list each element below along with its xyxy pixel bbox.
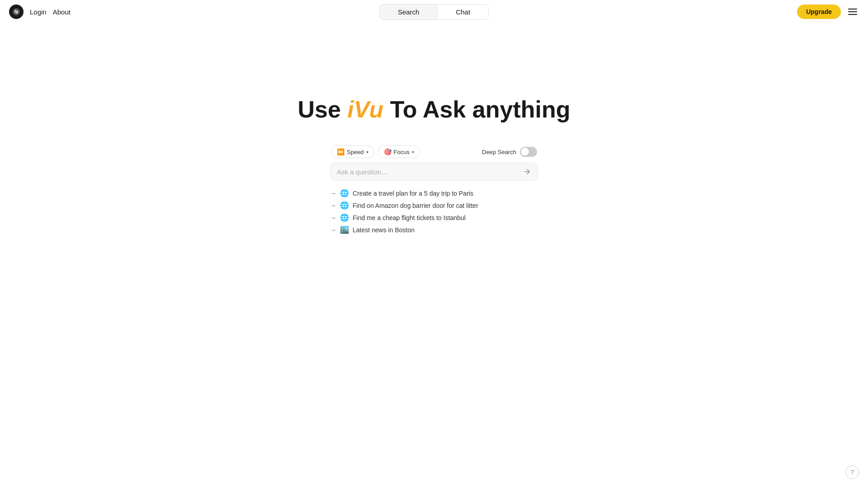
search-options-left: ⏩ Speed ▾ 🎯 Focus ▾ bbox=[331, 145, 420, 158]
send-button[interactable] bbox=[523, 168, 531, 176]
search-options: ⏩ Speed ▾ 🎯 Focus ▾ Deep Search bbox=[330, 145, 538, 158]
suggestion-globe-icon: 🌐 bbox=[340, 213, 349, 222]
suggestion-globe-icon: 🌐 bbox=[340, 189, 349, 197]
main-content: Use iVu To Ask anything ⏩ Speed ▾ 🎯 Focu… bbox=[0, 23, 868, 234]
nav-left: Login About bbox=[9, 5, 71, 19]
hero-prefix: Use bbox=[298, 96, 348, 122]
deep-search-toggle[interactable] bbox=[520, 147, 537, 157]
hero-suffix: Ask anything bbox=[423, 96, 571, 122]
deep-search-label: Deep Search bbox=[482, 149, 516, 155]
deep-search-area: Deep Search bbox=[482, 147, 537, 157]
focus-icon: 🎯 bbox=[384, 148, 392, 155]
speed-chevron-icon: ▾ bbox=[366, 150, 368, 155]
nav-right: Upgrade bbox=[797, 5, 859, 19]
speed-button[interactable]: ⏩ Speed ▾ bbox=[331, 145, 374, 158]
suggestion-globe-icon: 🌐 bbox=[340, 201, 349, 210]
search-input-wrapper bbox=[330, 163, 538, 181]
suggestion-text: Create a travel plan for a 5 day trip to… bbox=[353, 190, 473, 197]
help-icon[interactable]: ? bbox=[845, 465, 859, 479]
tab-chat[interactable]: Chat bbox=[438, 5, 488, 19]
focus-chevron-icon: ▾ bbox=[412, 150, 414, 155]
speed-icon: ⏩ bbox=[337, 148, 344, 155]
login-link[interactable]: Login bbox=[30, 8, 47, 16]
hero-title: Use iVu To Ask anything bbox=[298, 96, 571, 123]
focus-button[interactable]: 🎯 Focus ▾ bbox=[378, 145, 420, 158]
suggestion-text: Find on Amazon dog barrier door for cat … bbox=[353, 202, 478, 209]
navbar: Login About Search Chat Upgrade bbox=[0, 0, 868, 23]
suggestion-arrow-icon: → bbox=[330, 226, 336, 234]
svg-point-0 bbox=[13, 9, 20, 15]
suggestion-item[interactable]: → 🌐 Create a travel plan for a 5 day tri… bbox=[330, 189, 538, 197]
suggestion-arrow-icon: → bbox=[330, 190, 336, 197]
hamburger-menu-icon[interactable] bbox=[846, 7, 859, 17]
search-input[interactable] bbox=[337, 168, 523, 176]
tab-search[interactable]: Search bbox=[380, 5, 438, 19]
suggestion-item[interactable]: → 🌐 Find me a cheap flight tickets to Is… bbox=[330, 213, 538, 222]
suggestion-arrow-icon: → bbox=[330, 214, 336, 221]
suggestion-text: Find me a cheap flight tickets to Istanb… bbox=[353, 214, 466, 221]
hero-middle: To bbox=[383, 96, 423, 122]
hero-brand: iVu bbox=[347, 96, 383, 122]
upgrade-button[interactable]: Upgrade bbox=[797, 5, 841, 19]
focus-label: Focus bbox=[394, 149, 410, 155]
suggestions-list: → 🌐 Create a travel plan for a 5 day tri… bbox=[330, 189, 538, 234]
speed-label: Speed bbox=[347, 149, 364, 155]
nav-tabs: Search Chat bbox=[379, 4, 489, 20]
toggle-knob bbox=[521, 148, 529, 156]
search-container: ⏩ Speed ▾ 🎯 Focus ▾ Deep Search bbox=[330, 145, 538, 234]
about-link[interactable]: About bbox=[53, 8, 71, 16]
logo-icon[interactable] bbox=[9, 5, 24, 19]
suggestion-text: Latest news in Boston bbox=[353, 226, 415, 234]
suggestion-arrow-icon: → bbox=[330, 202, 336, 209]
suggestion-item[interactable]: → 🏙️ Latest news in Boston bbox=[330, 225, 538, 234]
suggestion-item[interactable]: → 🌐 Find on Amazon dog barrier door for … bbox=[330, 201, 538, 210]
suggestion-globe-icon: 🏙️ bbox=[340, 225, 349, 234]
